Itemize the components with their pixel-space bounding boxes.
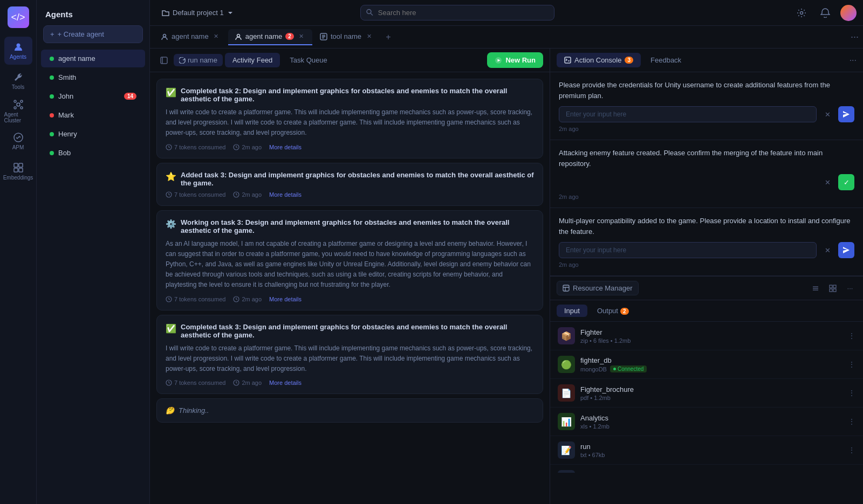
resource-item-more-button[interactable]: ⋮ xyxy=(848,417,855,426)
feed-card-meta: 7 tokens consumed 2m ago More details xyxy=(166,379,534,386)
agent-list-item-henry[interactable]: Henry xyxy=(41,125,145,143)
agent-list-panel: Agents + + Create agent agent name Smith… xyxy=(37,0,150,504)
list-icon xyxy=(812,285,819,292)
resource-item-analytics[interactable]: 📊 Analytics xls • 1.2mb ⋮ xyxy=(550,408,863,436)
more-details-link[interactable]: More details xyxy=(269,296,302,302)
user-avatar[interactable] xyxy=(840,5,857,21)
feed-card-meta: 7 tokens consumed 2m ago More details xyxy=(166,144,534,150)
resource-item-info: jump txt • 1.67kb xyxy=(580,471,843,473)
action-send-button[interactable] xyxy=(838,242,854,258)
activity-feed-tab[interactable]: Activity Feed xyxy=(225,53,280,67)
feed-card-icon: ✅ xyxy=(166,323,176,334)
activity-panel: run name Activity Feed Task Queue New Ru… xyxy=(150,49,550,504)
action-reject-button[interactable]: ✕ xyxy=(820,175,835,190)
action-clear-button[interactable]: ✕ xyxy=(820,243,835,258)
resource-meta-text: zip • 6 files • 1.2mb xyxy=(580,337,631,344)
resource-item-run[interactable]: 📝 run txt • 67kb ⋮ xyxy=(550,436,863,465)
agent-status-dot xyxy=(50,75,54,80)
notifications-button[interactable] xyxy=(817,4,834,22)
sidebar-item-tools[interactable]: Tools xyxy=(4,67,32,95)
tab-label: agent name xyxy=(245,32,283,40)
resource-view-grid-button[interactable] xyxy=(826,282,839,295)
feed-tokens: 7 tokens consumed xyxy=(166,296,225,302)
resource-item-more-button[interactable]: ⋮ xyxy=(848,446,855,454)
add-tab-button[interactable]: + xyxy=(381,30,396,45)
agents-icon xyxy=(13,42,24,52)
action-console-tab[interactable]: Action Console 3 xyxy=(557,53,641,67)
feedback-label: Feedback xyxy=(650,56,681,64)
resource-item-more-button[interactable]: ⋮ xyxy=(848,360,855,369)
action-console-toolbar: Action Console 3 Feedback ··· xyxy=(550,49,863,72)
sidebar-item-agent-cluster[interactable]: Agent Cluster xyxy=(4,97,32,125)
sidebar-tools-label: Tools xyxy=(12,84,24,90)
more-details-link[interactable]: More details xyxy=(269,379,302,386)
resource-item-fighter[interactable]: 📦 Fighter zip • 6 files • 1.2mb ⋮ xyxy=(550,322,863,350)
agent-list-item-mark[interactable]: Mark xyxy=(41,106,145,124)
tab-close-button[interactable]: ✕ xyxy=(365,32,373,41)
resource-item-info: Analytics xls • 1.2mb xyxy=(580,414,843,430)
connected-dot xyxy=(613,368,616,370)
action-confirm-button[interactable]: ✓ xyxy=(838,174,854,190)
action-clear-button[interactable]: ✕ xyxy=(820,107,835,122)
resource-tab-input[interactable]: Input xyxy=(557,305,587,317)
svg-rect-11 xyxy=(14,163,18,167)
agent-list-item-john[interactable]: John 14 xyxy=(41,87,145,105)
svg-rect-14 xyxy=(19,168,23,172)
new-run-button[interactable]: New Run xyxy=(487,52,543,68)
resource-item-fighter_brochure[interactable]: 📄 Fighter_brochure pdf • 1.2mb ⋮ xyxy=(550,379,863,408)
agent-name-label: John xyxy=(58,92,120,100)
agent-list-item-bob[interactable]: Bob xyxy=(41,144,145,162)
agent-name-label: Smith xyxy=(58,73,136,81)
resource-more-button[interactable]: ··· xyxy=(844,282,857,295)
send-icon xyxy=(843,246,850,254)
tab-tab3[interactable]: tool name ✕ xyxy=(313,29,380,45)
svg-rect-21 xyxy=(161,57,167,64)
action-input-field[interactable] xyxy=(559,242,817,258)
agent-list-item-smith[interactable]: Smith xyxy=(41,68,145,86)
svg-rect-40 xyxy=(830,289,832,292)
agent-tab-icon xyxy=(235,33,242,40)
more-details-link[interactable]: More details xyxy=(269,144,302,150)
run-name-selector[interactable]: run name xyxy=(174,54,223,66)
resource-item-more-button[interactable]: ⋮ xyxy=(848,332,855,340)
svg-point-0 xyxy=(16,44,20,47)
feed-tokens: 7 tokens consumed xyxy=(166,191,225,198)
agent-list-item-agent-name[interactable]: agent name xyxy=(41,50,145,67)
tab-close-button[interactable]: ✕ xyxy=(297,32,306,41)
tab-tab2[interactable]: agent name 2 ✕ xyxy=(228,29,312,45)
action-console-label: Action Console xyxy=(574,56,621,64)
sidebar-item-embeddings[interactable]: Embeddings xyxy=(4,157,32,185)
app-logo[interactable]: </> xyxy=(8,6,29,28)
tab-close-button[interactable]: ✕ xyxy=(212,32,221,41)
settings-button[interactable] xyxy=(793,4,810,22)
resource-item-fighter_db[interactable]: 🟢 fighter_db mongoDB Connected ⋮ xyxy=(550,350,863,379)
project-selector[interactable]: Default project 1 xyxy=(156,6,239,19)
action-input-row: ✕ xyxy=(559,242,854,258)
feedback-tab[interactable]: Feedback xyxy=(643,53,689,67)
resource-view-list-button[interactable] xyxy=(809,282,822,295)
svg-point-4 xyxy=(14,107,16,109)
tabs-more-button[interactable]: ··· xyxy=(851,31,859,43)
svg-rect-38 xyxy=(830,285,832,288)
collapse-button[interactable] xyxy=(156,53,172,68)
time-icon xyxy=(233,296,239,302)
console-icon xyxy=(564,57,571,64)
tab-tab1[interactable]: agent name ✕ xyxy=(154,29,227,45)
sidebar-item-agents[interactable]: Agents xyxy=(4,37,32,65)
sidebar-item-apm[interactable]: APM xyxy=(4,127,32,155)
resource-item-jump[interactable]: 📝 jump txt • 1.67kb ⋮ xyxy=(550,465,863,473)
task-queue-tab[interactable]: Task Queue xyxy=(282,53,334,67)
agent-name-label: Mark xyxy=(58,111,136,119)
search-input[interactable] xyxy=(360,5,554,20)
action-send-button[interactable] xyxy=(838,106,854,122)
action-input-field[interactable] xyxy=(559,106,817,122)
resource-item-more-button[interactable]: ⋮ xyxy=(848,389,855,397)
tool-tab-icon xyxy=(320,33,327,40)
more-details-link[interactable]: More details xyxy=(269,191,302,198)
create-agent-button[interactable]: + + Create agent xyxy=(43,25,143,43)
svg-rect-41 xyxy=(833,289,836,292)
resource-item-meta: txt • 67kb xyxy=(580,452,843,458)
grid-icon xyxy=(829,285,837,292)
resource-tab-output[interactable]: Output2 xyxy=(590,305,636,317)
right-panel-more-button[interactable]: ··· xyxy=(850,56,857,65)
